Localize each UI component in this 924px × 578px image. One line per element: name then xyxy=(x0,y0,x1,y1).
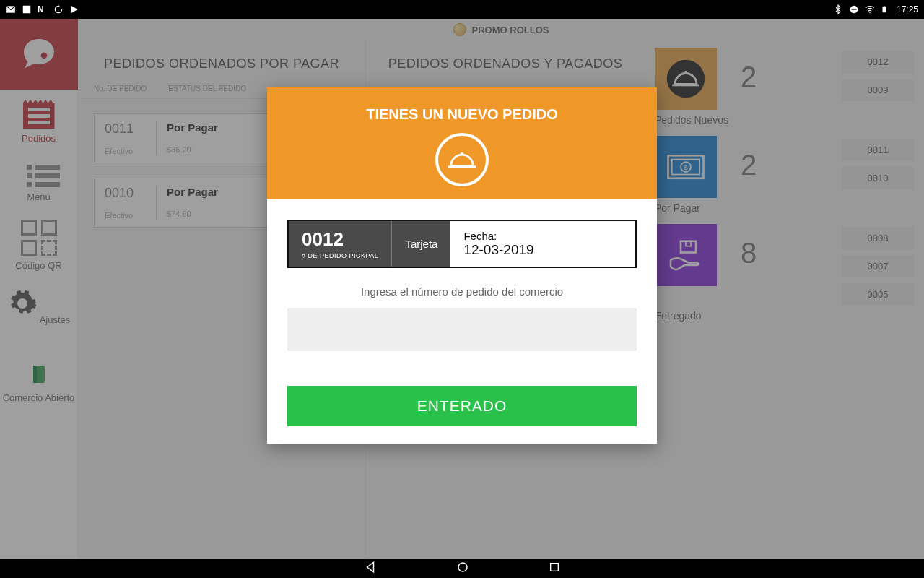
mail-icon xyxy=(6,4,16,14)
commerce-order-input[interactable] xyxy=(287,308,637,351)
svg-rect-6 xyxy=(882,7,886,12)
bluetooth-icon xyxy=(833,4,843,14)
svg-rect-1 xyxy=(23,6,31,14)
app-icon xyxy=(22,4,32,14)
svg-rect-7 xyxy=(884,6,886,7)
date-segment: Fecha: 12-03-2019 xyxy=(450,221,635,267)
battery-icon xyxy=(881,4,891,14)
wifi-icon xyxy=(865,4,875,14)
modal-order-number-label: # DE PEDIDO PICKPAL xyxy=(302,252,378,259)
svg-point-23 xyxy=(458,563,467,571)
play-icon xyxy=(69,4,79,14)
order-number-segment: 0012 # DE PEDIDO PICKPAL xyxy=(289,221,391,267)
modal-order-number: 0012 xyxy=(302,228,378,251)
modal-header: TIENES UN NUEVO PEDIDO xyxy=(267,87,657,199)
pay-method-segment: Tarjeta xyxy=(391,221,450,267)
svg-rect-4 xyxy=(851,9,856,9)
modal-date-label: Fecha: xyxy=(463,230,622,242)
new-order-modal: TIENES UN NUEVO PEDIDO 0012 # DE PEDIDO … xyxy=(267,87,657,444)
dnd-icon xyxy=(849,4,859,14)
cloche-circle-icon xyxy=(435,133,489,186)
confirm-button[interactable]: ENTERADO xyxy=(287,386,637,426)
svg-point-5 xyxy=(869,12,871,13)
svg-marker-22 xyxy=(367,562,374,572)
svg-rect-24 xyxy=(551,564,559,571)
n-icon: N xyxy=(38,4,48,14)
modal-pay-method: Tarjeta xyxy=(405,238,437,250)
modal-date-value: 12-03-2019 xyxy=(463,242,622,258)
svg-rect-20 xyxy=(448,165,476,168)
input-hint: Ingresa el número de pedido del comercio xyxy=(287,285,637,298)
svg-marker-2 xyxy=(71,6,77,14)
home-button[interactable] xyxy=(456,561,469,577)
status-time: 17:25 xyxy=(897,4,918,14)
android-nav-bar xyxy=(0,559,924,578)
android-status-bar: N 17:25 xyxy=(0,0,924,19)
back-button[interactable] xyxy=(364,561,377,577)
svg-point-21 xyxy=(461,152,463,155)
recents-button[interactable] xyxy=(549,561,560,576)
order-info-box: 0012 # DE PEDIDO PICKPAL Tarjeta Fecha: … xyxy=(287,220,637,268)
modal-title: TIENES UN NUEVO PEDIDO xyxy=(267,106,657,123)
sync-icon xyxy=(53,4,64,14)
